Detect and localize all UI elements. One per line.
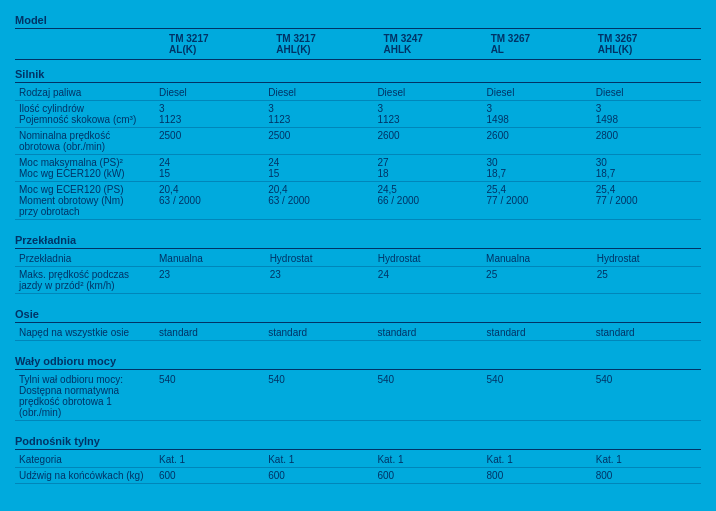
cell: Hydrostat [593,251,701,267]
cell: standard [592,325,701,341]
page-container: Model TM 3217 AL(K) TM 3217 AHL(K) TM 32… [15,10,701,484]
table-row: Moc wg ECER120 (PS) Moment obrotowy (Nm)… [15,182,701,220]
row-label: Tylni wał odbioru mocy: Dostępna normaty… [15,372,155,421]
table-row: Ilość cylindrów Pojemność skokowa (cm³) … [15,101,701,128]
cell: Kat. 1 [483,452,592,468]
model-section-header: Model [15,10,701,29]
osie-section-header: Osie [15,304,701,323]
row-label: Maks. prędkość podczas jazdy w przód² (k… [15,267,155,294]
cell: 540 [592,372,701,421]
row-label: Kategoria [15,452,155,468]
row-label: Rodzaj paliwa [15,85,155,101]
osie-table: Napęd na wszystkie osie standard standar… [15,325,701,341]
table-row: Kategoria Kat. 1 Kat. 1 Kat. 1 Kat. 1 Ka… [15,452,701,468]
row-label: Udźwig na końcówkach (kg) [15,468,155,484]
row-label: Ilość cylindrów Pojemność skokowa (cm³) [15,101,155,128]
table-row: Rodzaj paliwa Diesel Diesel Diesel Diese… [15,85,701,101]
cell: 800 [592,468,701,484]
cell: 800 [483,468,592,484]
cell: standard [155,325,264,341]
header-col-5: TM 3267 AHL(K) [594,31,701,60]
cell: 25,4 77 / 2000 [483,182,592,220]
cell: 25,4 77 / 2000 [592,182,701,220]
cell: 3 1498 [592,101,701,128]
cell: 2500 [155,128,264,155]
table-row: Przekładnia Manualna Hydrostat Hydrostat… [15,251,701,267]
cell: Diesel [592,85,701,101]
table-row: Nominalna prędkość obrotowa (obr./min) 2… [15,128,701,155]
row-label: Przekładnia [15,251,155,267]
cell: 3 1123 [155,101,264,128]
table-row: Tylni wał odbioru mocy: Dostępna normaty… [15,372,701,421]
cell: 600 [155,468,264,484]
cell: 30 18,7 [592,155,701,182]
cell: Kat. 1 [592,452,701,468]
przekladnia-section-header: Przekładnia [15,230,701,249]
cell: Kat. 1 [155,452,264,468]
row-label: Nominalna prędkość obrotowa (obr./min) [15,128,155,155]
cell: 23 [266,267,374,294]
cell: Manualna [482,251,593,267]
cell: 25 [593,267,701,294]
cell: 2500 [264,128,373,155]
cell: Diesel [483,85,592,101]
cell: 540 [155,372,264,421]
row-label: Moc wg ECER120 (PS) Moment obrotowy (Nm)… [15,182,155,220]
row-label: Moc maksymalna (PS)² Moc wg ECER120 (kW) [15,155,155,182]
cell: 600 [264,468,373,484]
cell: 2600 [483,128,592,155]
cell: Kat. 1 [264,452,373,468]
cell: 600 [373,468,482,484]
header-col-3: TM 3247 AHLK [379,31,486,60]
header-col-1: TM 3217 AL(K) [165,31,272,60]
header-col-4: TM 3267 AL [487,31,594,60]
cell: 2600 [373,128,482,155]
cell: Diesel [373,85,482,101]
cell: Manualna [155,251,266,267]
column-headers: TM 3217 AL(K) TM 3217 AHL(K) TM 3247 AHL… [15,31,701,60]
cell: 23 [155,267,266,294]
models-table: TM 3217 AL(K) TM 3217 AHL(K) TM 3247 AHL… [15,31,701,60]
cell: 540 [373,372,482,421]
cell: Hydrostat [266,251,374,267]
row-label: Napęd na wszystkie osie [15,325,155,341]
table-row: Udźwig na końcówkach (kg) 600 600 600 80… [15,468,701,484]
cell: 3 1498 [483,101,592,128]
table-row: Moc maksymalna (PS)² Moc wg ECER120 (kW)… [15,155,701,182]
cell: Kat. 1 [373,452,482,468]
cell: 27 18 [373,155,482,182]
podnosznik-section-header: Podnośnik tylny [15,431,701,450]
cell: 20,4 63 / 2000 [264,182,373,220]
przekladnia-table: Przekładnia Manualna Hydrostat Hydrostat… [15,251,701,294]
cell: 540 [483,372,592,421]
cell: Diesel [264,85,373,101]
cell: standard [483,325,592,341]
silnik-table: Rodzaj paliwa Diesel Diesel Diesel Diese… [15,85,701,220]
cell: 20,4 63 / 2000 [155,182,264,220]
cell: 540 [264,372,373,421]
cell: Hydrostat [374,251,482,267]
cell: standard [373,325,482,341]
cell: Diesel [155,85,264,101]
cell: 24 15 [155,155,264,182]
silnik-section-header: Silnik [15,64,701,83]
header-empty [15,31,165,60]
table-row: Maks. prędkość podczas jazdy w przód² (k… [15,267,701,294]
cell: standard [264,325,373,341]
waly-section-header: Wały odbioru mocy [15,351,701,370]
cell: 24,5 66 / 2000 [373,182,482,220]
cell: 24 [374,267,482,294]
cell: 3 1123 [373,101,482,128]
cell: 24 15 [264,155,373,182]
waly-table: Tylni wał odbioru mocy: Dostępna normaty… [15,372,701,421]
podnosznik-table: Kategoria Kat. 1 Kat. 1 Kat. 1 Kat. 1 Ka… [15,452,701,484]
cell: 2800 [592,128,701,155]
cell: 25 [482,267,593,294]
cell: 3 1123 [264,101,373,128]
cell: 30 18,7 [483,155,592,182]
header-col-2: TM 3217 AHL(K) [272,31,379,60]
table-row: Napęd na wszystkie osie standard standar… [15,325,701,341]
